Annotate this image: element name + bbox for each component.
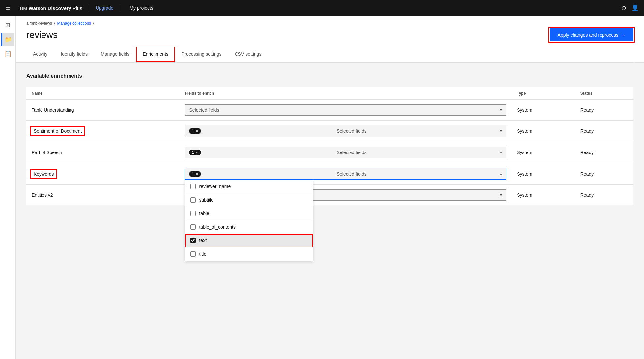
col-type: Type	[512, 87, 575, 100]
dropdown-item-reviewer-name[interactable]: reviewer_name	[185, 180, 313, 193]
apply-changes-button[interactable]: Apply changes and reprocess →	[550, 28, 633, 41]
apply-arrow-icon: →	[621, 32, 626, 38]
chevron-down-icon: ▾	[500, 150, 502, 155]
main-content: airbnb-reviews / Manage collections / re…	[16, 16, 644, 359]
fields-to-enrich-sentiment: 1 ✕ Selected fields ▾	[180, 121, 512, 142]
field-selector-label: Selected fields	[337, 150, 367, 155]
enrichment-name-table-understanding: Table Understanding	[26, 100, 180, 121]
brand-name: IBM Watson Discovery Plus	[18, 5, 82, 11]
field-selector-keywords[interactable]: 1 ✕ Selected fields ▴	[185, 168, 506, 180]
breadcrumb-sep2: /	[93, 21, 94, 26]
table-row: Part of Speech 1 ✕ Selected fields ▾ Sys…	[26, 142, 633, 163]
keywords-dropdown: reviewer_name subtitle table	[185, 180, 313, 261]
dropdown-item-table-of-contents[interactable]: table_of_contents	[185, 220, 313, 234]
tab-activity[interactable]: Activity	[26, 47, 54, 62]
checkbox-table-of-contents[interactable]	[190, 224, 196, 230]
dropdown-item-subtitle[interactable]: subtitle	[185, 193, 313, 207]
breadcrumb-sep1: /	[54, 21, 55, 26]
enrichment-name-entities: Entities v2	[26, 185, 180, 206]
checkbox-reviewer-name[interactable]	[190, 184, 196, 189]
dropdown-item-title[interactable]: title	[185, 247, 313, 261]
field-selector-label: Selected fields	[189, 107, 219, 113]
field-selector-sentiment[interactable]: 1 ✕ Selected fields ▾	[185, 125, 506, 137]
table-row: Sentiment of Document 1 ✕ Selected field…	[26, 121, 633, 142]
type-keywords: System	[512, 163, 575, 185]
field-selector-label: Selected fields	[337, 171, 367, 177]
dropdown-item-label: table	[199, 211, 209, 216]
breadcrumb: airbnb-reviews / Manage collections /	[26, 21, 633, 26]
section-title: Available enrichments	[26, 73, 633, 79]
keywords-dropdown-wrapper: 1 ✕ Selected fields ▴ reviewer_n	[185, 168, 506, 180]
type-sentiment: System	[512, 121, 575, 142]
user-icon[interactable]: 👤	[631, 4, 639, 12]
sidebar-menu-icon: ⊞	[5, 21, 10, 29]
table-row: Table Understanding Selected fields ▾ Sy…	[26, 100, 633, 121]
dropdown-item-label: text	[199, 238, 207, 243]
sidebar-docs-icon: 📋	[4, 50, 12, 58]
tab-processing-settings[interactable]: Processing settings	[175, 47, 228, 62]
status-sentiment: Ready	[575, 121, 633, 142]
status-pos: Ready	[575, 142, 633, 163]
status-keywords: Ready	[575, 163, 633, 185]
page-header: airbnb-reviews / Manage collections / re…	[16, 16, 644, 63]
dropdown-item-label: subtitle	[199, 197, 213, 203]
my-projects-link[interactable]: My projects	[129, 5, 153, 11]
page-title-row: reviews Apply changes and reprocess →	[26, 28, 633, 47]
chevron-down-icon: ▾	[500, 108, 502, 112]
breadcrumb-root: airbnb-reviews	[26, 21, 52, 26]
col-name: Name	[26, 87, 180, 100]
type-entities: System	[512, 185, 575, 206]
dropdown-item-text[interactable]: text	[185, 234, 313, 247]
checkbox-subtitle[interactable]	[190, 197, 196, 203]
field-selector-table-understanding[interactable]: Selected fields ▾	[185, 104, 506, 116]
sidebar-item-docs[interactable]: 📋	[1, 47, 14, 61]
tab-manage-fields[interactable]: Manage fields	[94, 47, 136, 62]
page-title: reviews	[26, 30, 58, 40]
chevron-down-icon: ▾	[500, 193, 502, 197]
chevron-up-icon: ▴	[500, 172, 502, 176]
sidebar-collections-icon: 📁	[5, 36, 12, 43]
fields-to-enrich-keywords: 1 ✕ Selected fields ▴ reviewer_n	[180, 163, 512, 185]
status-table-understanding: Ready	[575, 100, 633, 121]
col-fields: Fields to enrich	[180, 87, 512, 100]
badge-sentiment: 1 ✕	[189, 128, 201, 134]
enrichments-table: Name Fields to enrich Type Status Table …	[26, 87, 633, 205]
badge-keywords: 1 ✕	[189, 171, 201, 177]
enrichment-name-keywords: Keywords	[26, 163, 180, 185]
breadcrumb-manage-collections[interactable]: Manage collections	[57, 21, 91, 26]
checkbox-table[interactable]	[190, 211, 196, 216]
field-selector-pos[interactable]: 1 ✕ Selected fields ▾	[185, 147, 506, 158]
sidebar-item-collections[interactable]: 📁	[1, 33, 14, 46]
checkbox-title[interactable]	[190, 251, 196, 257]
tabs: Activity Identify fields Manage fields E…	[26, 47, 633, 62]
tab-identify-fields[interactable]: Identify fields	[54, 47, 94, 62]
remove-badge-icon[interactable]: ✕	[195, 172, 198, 176]
sidebar: ⊞ 📁 📋	[0, 16, 16, 359]
upgrade-link[interactable]: Upgrade	[96, 5, 114, 11]
apply-changes-label: Apply changes and reprocess	[558, 32, 618, 38]
field-selector-label: Selected fields	[337, 128, 367, 134]
type-table-understanding: System	[512, 100, 575, 121]
checkbox-text[interactable]	[190, 238, 196, 243]
dropdown-item-table[interactable]: table	[185, 207, 313, 220]
fields-to-enrich-table-understanding: Selected fields ▾	[180, 100, 512, 121]
tab-enrichments[interactable]: Enrichments	[136, 47, 175, 62]
table-row: Keywords 1 ✕ Selected fields ▴	[26, 163, 633, 185]
nav-divider	[89, 4, 89, 12]
fields-to-enrich-pos: 1 ✕ Selected fields ▾	[180, 142, 512, 163]
tab-csv-settings[interactable]: CSV settings	[228, 47, 268, 62]
sidebar-item-menu[interactable]: ⊞	[1, 18, 14, 32]
main-layout: ⊞ 📁 📋 airbnb-reviews / Manage collection…	[0, 16, 644, 359]
enrichment-name-pos: Part of Speech	[26, 142, 180, 163]
dropdown-item-label: title	[199, 251, 206, 257]
type-pos: System	[512, 142, 575, 163]
content-area: Available enrichments Name Fields to enr…	[16, 63, 644, 216]
help-icon[interactable]: ⊙	[621, 4, 626, 12]
remove-badge-icon[interactable]: ✕	[195, 129, 198, 133]
dropdown-item-label: reviewer_name	[199, 184, 231, 189]
status-entities: Ready	[575, 185, 633, 206]
enrichment-name-sentiment: Sentiment of Document	[26, 121, 180, 142]
dropdown-item-label: table_of_contents	[199, 224, 236, 230]
menu-icon[interactable]: ☰	[5, 4, 11, 12]
remove-badge-icon[interactable]: ✕	[195, 151, 198, 155]
